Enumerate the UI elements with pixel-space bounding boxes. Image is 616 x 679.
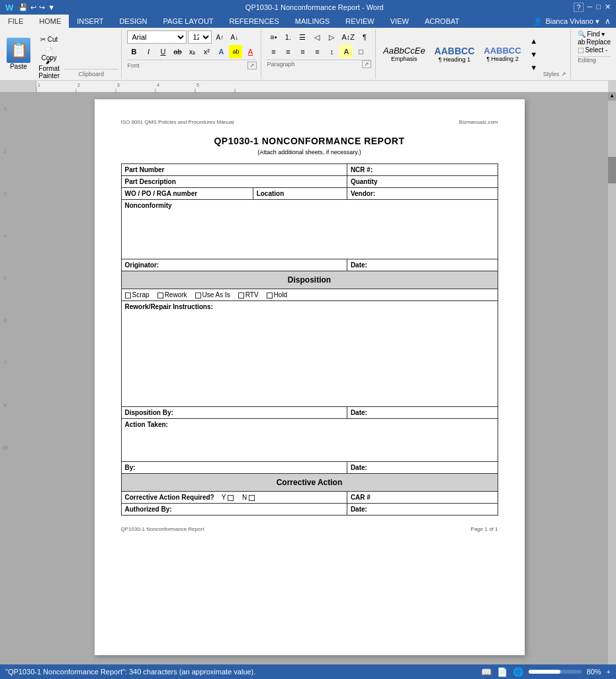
left-margin-numbers: 1 2 3 4 5 6 7 8 89	[0, 93, 11, 674]
font-size-select[interactable]: 12	[188, 30, 212, 44]
undo-icon[interactable]: ↩	[30, 3, 36, 12]
highlight-btn[interactable]: ab	[229, 45, 242, 58]
cut-button[interactable]: ✂ Cut	[36, 33, 62, 46]
tab-acrobat[interactable]: ACROBAT	[417, 15, 467, 28]
by-label: By:	[121, 462, 347, 474]
subscript-btn[interactable]: x₂	[185, 45, 198, 58]
cb-scrap[interactable]: Scrap	[125, 291, 150, 298]
customize-icon[interactable]: ▼	[48, 3, 55, 12]
styles-more-btn[interactable]: ▼	[527, 61, 541, 74]
border-btn[interactable]: □	[354, 45, 367, 58]
ribbon-collapse-btn[interactable]: ∧	[605, 17, 611, 26]
decrease-font-btn[interactable]: A↓	[228, 30, 241, 44]
bullets-btn[interactable]: ≡•	[267, 30, 280, 44]
align-left-btn[interactable]: ≡	[267, 45, 280, 58]
tab-insert[interactable]: INSERT	[69, 15, 111, 28]
redo-icon[interactable]: ↪	[39, 3, 45, 12]
font-family-select[interactable]: Arial	[127, 30, 187, 44]
save-icon[interactable]: 💾	[19, 3, 28, 12]
line-spacing-btn[interactable]: ↕	[325, 45, 338, 58]
cb-rework[interactable]: Rework	[157, 291, 187, 298]
paragraph-group: ≡• 1. ☰ ◁ ▷ A↕Z ¶ ≡ ≡ ≡ ≡ ↕ A □ Paragrap…	[263, 29, 376, 79]
document-area[interactable]: ISO 9001 QMS Policies and Procedures Man…	[11, 93, 608, 674]
main-area: 1 2 3 4 5 6 7 8 89 ISO 9001 QMS Policies…	[0, 93, 616, 674]
tab-home[interactable]: HOME	[31, 15, 69, 28]
cb-no[interactable]	[249, 495, 255, 501]
increase-font-btn[interactable]: A↑	[213, 30, 226, 44]
row-part-desc: Part Description Quantity	[121, 176, 498, 188]
align-right-btn[interactable]: ≡	[296, 45, 309, 58]
scroll-thumb[interactable]	[608, 157, 616, 183]
rework-repair-cell: Rework/Repair Instructions:	[121, 301, 498, 407]
increase-indent-btn[interactable]: ▷	[325, 30, 338, 44]
numbering-btn[interactable]: 1.	[281, 30, 294, 44]
cb-rtv[interactable]: RTV	[238, 291, 259, 298]
italic-button[interactable]: I	[142, 45, 155, 58]
view-print-btn[interactable]: 📄	[497, 667, 507, 674]
user-name[interactable]: Bianca Viviano ▾	[545, 17, 599, 26]
superscript-btn[interactable]: x²	[200, 45, 213, 58]
underline-button[interactable]: U	[156, 45, 169, 58]
maximize-button[interactable]: □	[596, 3, 601, 12]
tab-design[interactable]: DESIGN	[111, 15, 155, 28]
tab-file[interactable]: FILE	[0, 15, 31, 28]
wopo-label: WO / PO / RGA number	[121, 188, 253, 200]
style-emphasis[interactable]: AaBbCcEe Emphasis	[380, 44, 429, 64]
cb-hold[interactable]: Hold	[267, 291, 288, 298]
scroll-track	[608, 101, 616, 666]
view-web-btn[interactable]: 🌐	[513, 667, 523, 674]
style-heading2[interactable]: AABBCC ¶ Heading 2	[480, 44, 524, 64]
svg-text:4: 4	[157, 83, 159, 87]
scroll-up-btn[interactable]: ▲	[608, 93, 616, 101]
close-button[interactable]: ✕	[605, 3, 611, 12]
page-header-right: Bizmanualz.com	[459, 119, 498, 125]
find-btn[interactable]: 🔍 Find ▾	[578, 30, 611, 38]
n-label: N	[242, 494, 247, 501]
svg-text:3: 3	[117, 83, 120, 87]
tab-view[interactable]: VIEW	[382, 15, 417, 28]
fontcolor-btn[interactable]: A	[243, 45, 257, 58]
svg-text:5: 5	[197, 83, 199, 87]
tab-pagelayout[interactable]: PAGE LAYOUT	[155, 15, 222, 28]
font-expand-btn[interactable]: ↗	[247, 62, 257, 69]
title-bar-left: W 💾 ↩ ↪ ▼	[5, 3, 55, 13]
row-checkboxes: Scrap Rework Use As Is RTV Hold	[121, 289, 498, 301]
strikethrough-btn[interactable]: ab	[171, 45, 184, 58]
texteffects-btn[interactable]: A	[214, 45, 228, 58]
show-formatting-btn[interactable]: ¶	[358, 30, 371, 44]
styles-up-btn[interactable]: ▲	[527, 34, 541, 48]
action-taken-cell: Action Taken:	[121, 419, 498, 462]
minimize-button[interactable]: ─	[588, 3, 593, 12]
title-bar-controls[interactable]: ? ─ □ ✕	[574, 3, 611, 12]
zoom-in-btn[interactable]: +	[607, 668, 611, 674]
right-scrollbar[interactable]: ▲ ▼	[608, 93, 616, 674]
replace-btn[interactable]: ab Replace	[578, 38, 611, 46]
view-read-btn[interactable]: 📖	[481, 667, 492, 674]
tab-review[interactable]: REVIEW	[337, 15, 382, 28]
sort-btn[interactable]: A↕Z	[339, 30, 357, 44]
multilevel-btn[interactable]: ☰	[296, 30, 309, 44]
select-btn[interactable]: ⬚ Select -	[578, 46, 611, 54]
style-heading1[interactable]: AABBCC ¶ Heading 1	[431, 44, 478, 65]
tab-references[interactable]: REFERENCES	[222, 15, 287, 28]
align-center-btn[interactable]: ≡	[281, 45, 294, 58]
row-authorized-by: Authorized By: Date:	[121, 504, 498, 516]
row-disposition-by: Disposition By: Date:	[121, 407, 498, 419]
paste-button[interactable]: 📋 Paste	[3, 36, 34, 71]
shading-btn[interactable]: A	[339, 45, 353, 58]
help-button[interactable]: ?	[574, 3, 583, 12]
justify-btn[interactable]: ≡	[310, 45, 324, 58]
cb-yes[interactable]	[228, 495, 234, 501]
styles-down-btn[interactable]: ▼	[527, 48, 541, 61]
row-by: By: Date:	[121, 462, 498, 474]
date3-label: Date:	[347, 462, 498, 474]
para-expand-btn[interactable]: ↗	[362, 60, 371, 68]
nonconformity-cell: Nonconformity	[121, 200, 498, 259]
format-painter-button[interactable]: 🖌 Format Painter	[36, 62, 62, 75]
bold-button[interactable]: B	[127, 45, 140, 58]
disposition-header-cell: Disposition	[121, 271, 498, 289]
cb-useas[interactable]: Use As Is	[195, 291, 230, 298]
decrease-indent-btn[interactable]: ◁	[310, 30, 324, 44]
tab-mailings[interactable]: MAILINGS	[287, 15, 338, 28]
title-bar: W 💾 ↩ ↪ ▼ QP1030-1 Nonconformance Report…	[0, 0, 616, 15]
